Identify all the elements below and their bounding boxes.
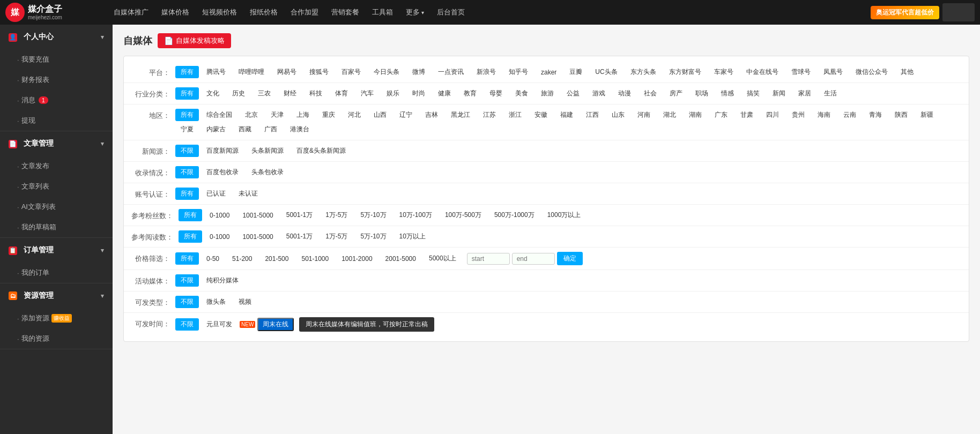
nav-media-price[interactable]: 媒体价格 xyxy=(155,0,196,25)
filter-tag-2[interactable]: 头条新闻源 xyxy=(246,145,289,157)
filter-tag-2[interactable]: 未认证 xyxy=(233,188,263,200)
filter-tag-11[interactable]: 教育 xyxy=(458,87,482,100)
filter-tag-0[interactable]: 不限 xyxy=(175,166,199,178)
publish-time-tag-weekend[interactable]: 周末在线 xyxy=(257,318,294,331)
filter-tag-18[interactable]: 社会 xyxy=(639,87,662,100)
filter-tag-3[interactable]: 5001-1万 xyxy=(281,230,318,243)
filter-tag-3[interactable]: 天津 xyxy=(265,109,289,121)
filter-tag-17[interactable]: 动漫 xyxy=(613,87,636,100)
filter-tag-1[interactable]: 已认证 xyxy=(201,188,231,200)
nav-more[interactable]: 更多 xyxy=(399,0,430,25)
sidebar-item-add-resource[interactable]: 添加资源 赚收益 xyxy=(0,308,113,328)
filter-tag-8[interactable]: 辽宁 xyxy=(394,109,418,121)
price-end-input[interactable] xyxy=(512,253,555,265)
nav-newspaper[interactable]: 报纸价格 xyxy=(243,0,284,25)
filter-tag-2[interactable]: 头条包收录 xyxy=(246,166,289,178)
price-start-input[interactable] xyxy=(467,253,510,265)
nav-tools[interactable]: 工具箱 xyxy=(366,0,399,25)
filter-tag-19[interactable]: 湖南 xyxy=(684,109,707,121)
filter-tag-4[interactable]: 1万-5万 xyxy=(320,230,353,243)
filter-tag-8[interactable]: 一点资讯 xyxy=(433,66,469,78)
promo-banner[interactable]: 奥运冠军代言超低价 xyxy=(871,6,939,19)
sidebar-section-header-orders[interactable]: 📋 订单管理 ▾ xyxy=(0,238,113,263)
filter-tag-6[interactable]: 河北 xyxy=(343,109,366,121)
filter-tag-21[interactable]: 情感 xyxy=(716,87,739,100)
filter-tag-18[interactable]: 雪球号 xyxy=(786,66,816,78)
filter-tag-1[interactable]: 微头条 xyxy=(201,296,231,308)
nav-backend[interactable]: 后台首页 xyxy=(430,0,471,25)
filter-tag-0[interactable]: 所有 xyxy=(175,109,199,121)
filter-tag-9[interactable]: 1000万以上 xyxy=(542,209,586,221)
filter-tag-10[interactable]: 健康 xyxy=(433,87,456,100)
nav-short-video[interactable]: 短视频价格 xyxy=(196,0,243,25)
filter-tag-4[interactable]: 501-1000 xyxy=(296,252,334,265)
filter-tag-24[interactable]: 海南 xyxy=(812,109,836,121)
filter-tag-11[interactable]: 江苏 xyxy=(478,109,501,121)
filter-tag-15[interactable]: 东方财富号 xyxy=(664,66,707,78)
filter-tag-25[interactable]: 云南 xyxy=(838,109,862,121)
filter-tag-2[interactable]: 北京 xyxy=(240,109,263,121)
nav-zimeiti[interactable]: 自媒体推广 xyxy=(107,0,155,25)
filter-tag-16[interactable]: 游戏 xyxy=(587,87,611,100)
sidebar-item-article-list[interactable]: 文章列表 xyxy=(0,176,113,197)
filter-tag-0[interactable]: 所有 xyxy=(175,66,199,78)
filter-tag-29[interactable]: 宁夏 xyxy=(175,123,199,136)
sidebar-item-drafts[interactable]: 我的草稿箱 xyxy=(0,217,113,237)
sidebar-section-header-articles[interactable]: 📄 文章管理 ▾ xyxy=(0,131,113,156)
filter-tag-27[interactable]: 陕西 xyxy=(889,109,913,121)
sidebar-section-header-resources[interactable]: 🗂 资源管理 ▾ xyxy=(0,283,113,308)
filter-tag-15[interactable]: 公益 xyxy=(561,87,585,100)
filter-tag-2[interactable]: 1001-5000 xyxy=(237,210,278,221)
filter-tag-5[interactable]: 5万-10万 xyxy=(355,209,391,221)
price-confirm-button[interactable]: 确定 xyxy=(557,252,583,265)
filter-tag-0[interactable]: 不限 xyxy=(175,296,199,308)
sidebar-section-header-personal[interactable]: 👤 个人中心 ▾ xyxy=(0,25,113,49)
avatar[interactable] xyxy=(942,3,975,21)
filter-tag-22[interactable]: 搞笑 xyxy=(741,87,765,100)
filter-tag-20[interactable]: 广东 xyxy=(709,109,733,121)
filter-tag-6[interactable]: 今日头条 xyxy=(368,66,405,78)
filter-tag-7[interactable]: 汽车 xyxy=(355,87,379,100)
filter-tag-17[interactable]: 中金在线号 xyxy=(741,66,784,78)
filter-tag-4[interactable]: 上海 xyxy=(291,109,315,121)
filter-tag-6[interactable]: 2001-5000 xyxy=(380,252,421,265)
filter-tag-26[interactable]: 青海 xyxy=(864,109,887,121)
filter-tag-21[interactable]: 其他 xyxy=(895,66,919,78)
filter-tag-19[interactable]: 房产 xyxy=(664,87,688,100)
filter-tag-12[interactable]: 浙江 xyxy=(503,109,527,121)
sidebar-item-my-orders[interactable]: 我的订单 xyxy=(0,263,113,283)
filter-tag-3[interactable]: 5001-1万 xyxy=(281,209,318,221)
filter-tag-1[interactable]: 综合全国 xyxy=(201,109,237,121)
publish-time-tag-newyear[interactable]: 元旦可发 xyxy=(201,318,237,331)
filter-tag-2[interactable]: 哔哩哔哩 xyxy=(233,66,270,78)
sidebar-item-publish[interactable]: 文章发布 xyxy=(0,156,113,176)
filter-tag-23[interactable]: 新闻 xyxy=(767,87,791,100)
filter-tag-14[interactable]: 东方头条 xyxy=(625,66,662,78)
filter-tag-0[interactable]: 所有 xyxy=(179,230,202,243)
filter-tag-1[interactable]: 0-1000 xyxy=(204,210,235,221)
filter-tag-8[interactable]: 娱乐 xyxy=(381,87,405,100)
filter-tag-17[interactable]: 河南 xyxy=(632,109,656,121)
filter-tag-32[interactable]: 广西 xyxy=(259,123,283,136)
nav-marketing[interactable]: 营销套餐 xyxy=(325,0,366,25)
filter-tag-15[interactable]: 江西 xyxy=(581,109,604,121)
filter-tag-10[interactable]: 黑龙江 xyxy=(446,109,476,121)
filter-tag-13[interactable]: 安徽 xyxy=(529,109,553,121)
nav-partner[interactable]: 合作加盟 xyxy=(284,0,325,25)
filter-tag-6[interactable]: 10万-100万 xyxy=(394,209,437,221)
filter-tag-2[interactable]: 51-200 xyxy=(227,252,257,265)
filter-tag-1[interactable]: 百度包收录 xyxy=(201,166,244,178)
filter-tag-2[interactable]: 1001-5000 xyxy=(237,231,278,242)
filter-tag-12[interactable]: 豆瓣 xyxy=(564,66,588,78)
filter-tag-6[interactable]: 体育 xyxy=(330,87,353,100)
logo[interactable]: 媒 媒介盒子 meijehezi.com xyxy=(5,3,96,22)
filter-tag-5[interactable]: 1001-2000 xyxy=(336,252,377,265)
filter-tag-5[interactable]: 百家号 xyxy=(336,66,366,78)
filter-tag-19[interactable]: 凤凰号 xyxy=(818,66,848,78)
filter-tag-9[interactable]: 吉林 xyxy=(420,109,443,121)
filter-tag-3[interactable]: 201-500 xyxy=(259,252,294,265)
filter-tag-3[interactable]: 三农 xyxy=(253,87,276,100)
filter-tag-2[interactable]: 历史 xyxy=(227,87,250,100)
filter-tag-0[interactable]: 所有 xyxy=(175,188,199,200)
filter-tag-1[interactable]: 百度新闻源 xyxy=(201,145,244,157)
